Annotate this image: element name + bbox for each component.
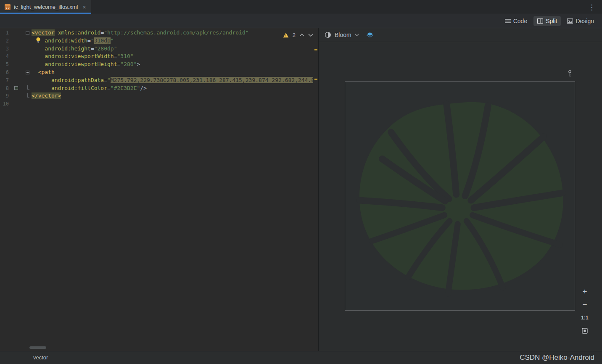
code-editor[interactable]: 1 2 3 4 5 6 7 8 9 10 bbox=[0, 28, 319, 351]
line-number: 10 bbox=[0, 100, 9, 108]
warning-icon bbox=[283, 32, 289, 38]
code-line: android:height="280dp" bbox=[32, 45, 313, 53]
tab-title: ic_light_welcome_illos.xml bbox=[14, 4, 78, 10]
editor-split-area: 1 2 3 4 5 6 7 8 9 10 bbox=[0, 28, 602, 351]
code-line: <vector xmlns:android="http://schemas.an… bbox=[32, 29, 313, 37]
code-line: android:viewportWidth="310" bbox=[32, 53, 313, 61]
horizontal-scrollbar[interactable] bbox=[29, 346, 46, 349]
zoom-actual-button[interactable]: 1:1 bbox=[579, 313, 590, 323]
watermark-text: CSDN @Heiko-Android bbox=[520, 353, 594, 362]
code-view-icon bbox=[505, 18, 511, 24]
design-mode-label: Design bbox=[576, 18, 594, 24]
line-number: 1 bbox=[0, 29, 9, 37]
chevron-down-icon[interactable] bbox=[355, 34, 359, 36]
line-number: 2 bbox=[0, 37, 9, 45]
zoom-fit-button[interactable] bbox=[579, 326, 590, 336]
design-view-icon bbox=[567, 18, 573, 24]
line-number: 4 bbox=[0, 53, 9, 61]
split-mode-button[interactable]: Split bbox=[533, 16, 561, 26]
code-line: <path bbox=[32, 69, 313, 76]
line-number: 6 bbox=[0, 69, 9, 76]
split-mode-label: Split bbox=[546, 18, 557, 24]
xml-file-icon bbox=[4, 4, 11, 11]
color-swatch[interactable] bbox=[14, 86, 18, 90]
code-line: android:viewportHeight="280"> bbox=[32, 61, 313, 69]
code-area[interactable]: <vector xmlns:android="http://schemas.an… bbox=[32, 29, 313, 108]
key-icon[interactable] bbox=[568, 70, 572, 77]
tab-close-icon[interactable]: × bbox=[82, 4, 86, 11]
split-view-icon bbox=[537, 18, 543, 24]
line-number: 5 bbox=[0, 61, 9, 69]
code-line: android:width="310dp" bbox=[32, 37, 313, 45]
line-number: 9 bbox=[0, 92, 9, 100]
zoom-fit-icon bbox=[582, 328, 588, 334]
preview-pane: Bloom bbox=[319, 28, 602, 351]
zoom-controls: + − 1:1 bbox=[579, 287, 590, 336]
ui-mode-icon[interactable] bbox=[325, 32, 331, 38]
fold-marker[interactable] bbox=[26, 31, 29, 35]
preview-canvas[interactable] bbox=[345, 81, 575, 311]
error-stripe-mark[interactable] bbox=[314, 79, 317, 80]
line-number: 8 bbox=[0, 84, 9, 92]
more-options-icon[interactable]: ⋮ bbox=[585, 0, 599, 14]
fold-end-marker[interactable] bbox=[27, 85, 29, 90]
editor-tab-bar: ic_light_welcome_illos.xml × ⋮ bbox=[0, 0, 602, 14]
error-stripe-mark[interactable] bbox=[314, 49, 317, 50]
preview-toolbar: Bloom bbox=[319, 28, 602, 42]
android-studio-window: ic_light_welcome_illos.xml × ⋮ Code Spli… bbox=[0, 0, 602, 364]
code-mode-label: Code bbox=[513, 18, 527, 24]
design-mode-button[interactable]: Design bbox=[563, 16, 598, 26]
code-line: android:fillColor="#2E3B2E"/> bbox=[32, 84, 313, 92]
code-line: </vector> bbox=[32, 92, 313, 100]
chevron-up-icon[interactable] bbox=[299, 34, 304, 37]
zoom-in-button[interactable]: + bbox=[579, 287, 590, 297]
line-number: 7 bbox=[0, 76, 9, 84]
monstera-leaf-graphic bbox=[345, 82, 575, 310]
inspections-widget: 2 bbox=[283, 32, 313, 38]
code-line: android:pathData="M275.792,229.738C278.0… bbox=[32, 76, 313, 84]
chevron-down-icon[interactable] bbox=[308, 34, 313, 37]
code-mode-button[interactable]: Code bbox=[501, 16, 531, 26]
line-number: 3 bbox=[0, 45, 9, 53]
fold-marker[interactable] bbox=[26, 71, 29, 74]
editor-gutter: 1 2 3 4 5 6 7 8 9 10 bbox=[0, 29, 32, 108]
layers-icon[interactable] bbox=[367, 32, 373, 38]
zoom-out-button[interactable]: − bbox=[579, 300, 590, 310]
fold-end-marker[interactable] bbox=[27, 93, 29, 98]
tab-ic-light-welcome-illos[interactable]: ic_light_welcome_illos.xml × bbox=[0, 0, 91, 14]
view-mode-toolbar: Code Split Design bbox=[0, 14, 602, 28]
code-line bbox=[32, 100, 313, 108]
warning-count: 2 bbox=[293, 32, 296, 38]
theme-selector[interactable]: Bloom bbox=[335, 32, 351, 38]
status-bar: vector CSDN @Heiko-Android bbox=[0, 351, 602, 364]
breadcrumb[interactable]: vector bbox=[33, 354, 48, 361]
